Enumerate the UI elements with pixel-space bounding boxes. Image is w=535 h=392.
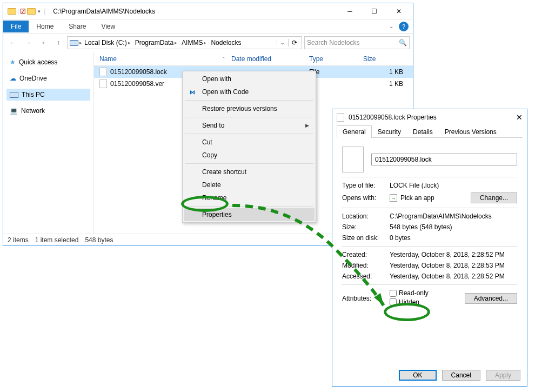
- properties-window: 015120099058.lock Properties ✕ General S…: [332, 109, 527, 387]
- ribbon-file[interactable]: File: [3, 21, 29, 32]
- help-icon[interactable]: ?: [399, 22, 409, 31]
- col-name[interactable]: Name⌃: [94, 55, 231, 63]
- ribbon-home[interactable]: Home: [29, 21, 61, 32]
- label-opens: Opens with:: [342, 194, 390, 202]
- cancel-button[interactable]: Cancel: [442, 370, 480, 381]
- change-button[interactable]: Change...: [471, 192, 517, 203]
- ribbon: File Home Share View ⌄ ?: [3, 19, 413, 34]
- cloud-icon: ☁: [10, 75, 16, 82]
- value-size: 548 bytes (548 bytes): [390, 223, 517, 231]
- col-date[interactable]: Date modified: [231, 55, 309, 63]
- qat-chevron[interactable]: ▾: [38, 9, 41, 14]
- menu-rename[interactable]: Rename: [184, 191, 315, 204]
- label-created: Created:: [342, 251, 390, 258]
- label-size-disk: Size on disk:: [342, 234, 390, 242]
- check-icon: ☑: [20, 8, 26, 15]
- divider: |: [44, 8, 45, 15]
- up-button[interactable]: ↑: [52, 36, 65, 49]
- nav-row: ← → ▾ ↑ ▸ Local Disk (C:)▸ ProgramData▸ …: [3, 34, 413, 52]
- star-icon: ★: [10, 58, 16, 66]
- sidebar-onedrive[interactable]: ☁OneDrive: [6, 72, 90, 84]
- menu-separator: [185, 134, 313, 134]
- menu-restore-versions[interactable]: Restore previous versions: [184, 102, 315, 115]
- tab-general[interactable]: General: [337, 125, 372, 138]
- sort-icon: ⌃: [222, 56, 226, 62]
- menu-properties[interactable]: Properties: [184, 208, 315, 221]
- checkbox-hidden[interactable]: Hidden: [390, 298, 419, 306]
- tab-security[interactable]: Security: [372, 125, 407, 138]
- apply-button[interactable]: Apply: [486, 370, 520, 381]
- breadcrumb-seg[interactable]: ProgramData▸: [133, 39, 179, 46]
- filename-input[interactable]: 015120099058.lock: [371, 154, 517, 165]
- file-name: 015120099058.lock: [110, 68, 167, 76]
- label-type: Type of file:: [342, 182, 390, 189]
- breadcrumb-dropdown[interactable]: ⌄: [277, 40, 288, 45]
- file-icon: [99, 68, 107, 76]
- chevron-right-icon: ▶: [305, 123, 309, 128]
- folder-icon: [27, 8, 36, 15]
- status-items: 2 items: [8, 236, 29, 244]
- tab-details[interactable]: Details: [407, 125, 439, 138]
- column-headers: Name⌃ Date modified Type Size: [94, 52, 413, 66]
- menu-send-to[interactable]: Send to▶: [184, 119, 315, 132]
- label-attributes: Attributes:: [342, 295, 390, 302]
- col-size[interactable]: Size: [363, 55, 413, 63]
- properties-title: 015120099058.lock Properties: [349, 114, 437, 121]
- ribbon-view[interactable]: View: [93, 21, 123, 32]
- checkbox-readonly[interactable]: Read-only: [390, 289, 429, 297]
- value-type: LOCK File (.lock): [390, 182, 517, 189]
- value-created: Yesterday, October 8, 2018, 2:28:52 PM: [390, 251, 517, 258]
- titlebar: | ☑ ▾ | C:\ProgramData\AIMMS\Nodelocks ─…: [3, 3, 413, 19]
- window-controls: ─ ☐ ✕: [338, 3, 411, 19]
- menu-create-shortcut[interactable]: Create shortcut: [184, 165, 315, 178]
- value-location: C:\ProgramData\AIMMS\Nodelocks: [390, 212, 517, 220]
- network-icon: 💻: [10, 107, 18, 115]
- search-placeholder: Search Nodelocks: [307, 39, 359, 46]
- qat: | ☑ ▾ |: [5, 8, 50, 15]
- search-input[interactable]: Search Nodelocks 🔍: [304, 36, 410, 49]
- back-button[interactable]: ←: [6, 36, 19, 49]
- sidebar-label: OneDrive: [19, 75, 47, 82]
- breadcrumb-seg[interactable]: AIMMS▸: [179, 39, 209, 46]
- file-type: File: [309, 68, 363, 76]
- file-large-icon: [342, 147, 364, 172]
- menu-separator: [185, 100, 313, 101]
- breadcrumb-seg[interactable]: Nodelocks: [209, 39, 243, 46]
- label-size: Size:: [342, 223, 390, 231]
- tab-previous-versions[interactable]: Previous Versions: [439, 125, 503, 138]
- menu-open-with-code[interactable]: ⋈Open with Code: [184, 85, 315, 98]
- breadcrumb-seg[interactable]: Local Disk (C:)▸: [82, 39, 133, 46]
- menu-open-with[interactable]: Open with: [184, 72, 315, 85]
- breadcrumb[interactable]: ▸ Local Disk (C:)▸ ProgramData▸ AIMMS▸ N…: [67, 36, 302, 49]
- file-size: 1 KB: [363, 68, 413, 76]
- minimize-button[interactable]: ─: [338, 3, 362, 19]
- sidebar-this-pc[interactable]: This PC: [6, 89, 90, 101]
- search-icon: 🔍: [399, 39, 407, 46]
- label-location: Location:: [342, 212, 390, 220]
- menu-copy[interactable]: Copy: [184, 149, 315, 162]
- refresh-icon[interactable]: ⟳: [288, 39, 300, 46]
- context-menu: Open with ⋈Open with Code Restore previo…: [182, 71, 316, 223]
- sidebar-label: This PC: [22, 91, 45, 98]
- close-button[interactable]: ✕: [516, 113, 523, 122]
- value-size-disk: 0 bytes: [390, 234, 517, 242]
- sidebar-network[interactable]: 💻Network: [6, 105, 90, 117]
- label-modified: Modified:: [342, 262, 390, 269]
- ribbon-share[interactable]: Share: [61, 21, 93, 32]
- ok-button[interactable]: OK: [399, 370, 436, 381]
- menu-cut[interactable]: Cut: [184, 136, 315, 149]
- sidebar-quick-access[interactable]: ★Quick access: [6, 56, 90, 68]
- label-accessed: Accessed:: [342, 273, 390, 280]
- maximize-button[interactable]: ☐: [362, 3, 386, 19]
- recent-dropdown[interactable]: ▾: [37, 36, 50, 49]
- pc-icon: [10, 92, 18, 98]
- advanced-button[interactable]: Advanced...: [465, 293, 517, 304]
- close-button[interactable]: ✕: [386, 3, 411, 19]
- col-type[interactable]: Type: [309, 55, 363, 63]
- file-size: 1 KB: [363, 80, 413, 88]
- file-name: 015120099058.ver: [110, 80, 164, 88]
- expand-ribbon-icon[interactable]: ⌄: [389, 23, 393, 29]
- menu-delete[interactable]: Delete: [184, 178, 315, 191]
- forward-button[interactable]: →: [22, 36, 35, 49]
- sidebar-label: Quick access: [19, 58, 57, 66]
